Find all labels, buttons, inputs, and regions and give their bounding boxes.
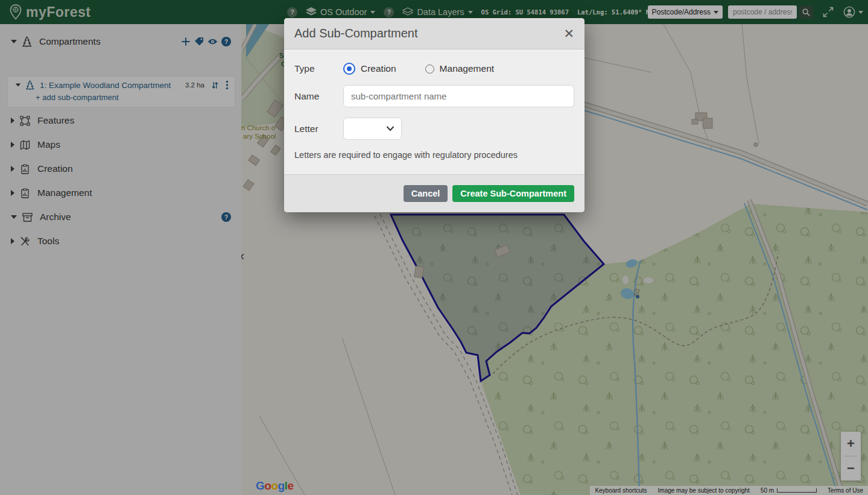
- letter-label: Letter: [294, 124, 343, 134]
- letter-note: Letters are required to engage with regu…: [294, 150, 574, 160]
- radio-selected-icon[interactable]: [343, 63, 355, 75]
- close-icon[interactable]: ✕: [563, 27, 574, 40]
- radio-unselected-icon[interactable]: [425, 65, 434, 74]
- modal-title: Add Sub-Compartment: [294, 27, 418, 40]
- myforest-app: myForest ? OS Outdoor ? Data Layers OS G…: [0, 0, 868, 495]
- modal-footer: Cancel Create Sub-Compartment: [284, 174, 584, 212]
- name-label: Name: [294, 91, 343, 102]
- chevron-down-icon: [386, 125, 394, 131]
- create-sub-compartment-button[interactable]: Create Sub-Compartment: [452, 185, 574, 202]
- type-option-label: Management: [440, 63, 494, 74]
- modal-header: Add Sub-Compartment ✕: [284, 18, 584, 49]
- type-label: Type: [294, 63, 343, 74]
- sub-compartment-name-input[interactable]: [343, 85, 574, 107]
- type-option-label: Creation: [361, 63, 396, 74]
- type-option-management[interactable]: Management: [425, 63, 494, 74]
- modal-body: Type Creation Management Name Letter: [284, 49, 584, 174]
- cancel-button[interactable]: Cancel: [404, 185, 448, 202]
- add-sub-compartment-modal: Add Sub-Compartment ✕ Type Creation Mana…: [284, 18, 584, 212]
- type-option-creation[interactable]: Creation: [343, 63, 396, 75]
- letter-select[interactable]: [343, 118, 402, 140]
